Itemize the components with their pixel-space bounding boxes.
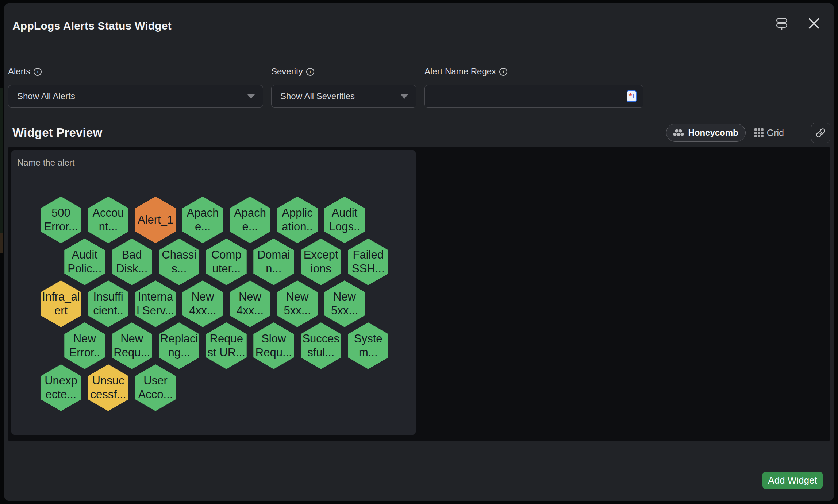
alert-hexagon-label: Accou bbox=[92, 206, 124, 220]
alert-hexagon-label: Syste bbox=[354, 332, 383, 346]
alert-hexagon[interactable]: AuditPolic... bbox=[64, 239, 105, 285]
honeycomb-toggle[interactable]: Honeycomb bbox=[666, 124, 745, 142]
alert-hexagon-label: New bbox=[286, 290, 308, 304]
alert-hexagon[interactable]: Apache... bbox=[230, 197, 270, 243]
link-icon bbox=[816, 128, 826, 138]
alert-hexagon[interactable]: NewError.. bbox=[64, 322, 105, 369]
alert-hexagon-label: 5xx... bbox=[331, 304, 358, 318]
alert-hexagon[interactable]: AuditLogs.. bbox=[324, 197, 365, 243]
display-settings-icon[interactable] bbox=[774, 16, 789, 31]
alert-hexagon-label: Unexp bbox=[45, 374, 77, 388]
alert-hexagon-label: m... bbox=[359, 346, 378, 360]
alert-hexagon-label: ation.. bbox=[282, 220, 312, 234]
dialog-title: AppLogs Alerts Status Widget bbox=[12, 20, 172, 32]
alert-name-regex-input-box: *I bbox=[424, 85, 643, 108]
info-icon[interactable]: i bbox=[34, 68, 42, 76]
alert-hexagon-label: ng... bbox=[168, 346, 190, 360]
alert-hexagon[interactable]: 500Error... bbox=[41, 197, 81, 243]
alert-hexagon-label: e... bbox=[195, 220, 211, 234]
alert-hexagon-label: Comp bbox=[211, 248, 242, 262]
alert-hexagon-label: s... bbox=[172, 262, 187, 276]
link-button[interactable] bbox=[811, 123, 830, 143]
alert-hexagon[interactable]: UserAcco... bbox=[135, 364, 176, 411]
alert-hexagon[interactable]: Alert_1 bbox=[135, 197, 176, 243]
alert-hexagon-label: 500 bbox=[51, 206, 70, 220]
alert-hexagon-label: cessf... bbox=[90, 388, 126, 402]
alert-hexagon-label: Apach bbox=[234, 206, 266, 220]
background-page-edge bbox=[0, 88, 3, 233]
alert-hexagon-label: cient.. bbox=[93, 304, 123, 318]
alert-hexagon-label: New bbox=[239, 290, 261, 304]
alert-hexagon[interactable]: NewRequ... bbox=[112, 322, 152, 369]
alert-hexagon-label: l Serv... bbox=[137, 304, 174, 318]
alert-hexagon-label: 4xx... bbox=[189, 304, 216, 318]
alert-hexagon-label: Requ... bbox=[114, 346, 150, 360]
alert-hexagon-label: 4xx... bbox=[237, 304, 264, 318]
alert-hexagon-label: Applic bbox=[282, 206, 312, 220]
alert-hexagon[interactable]: Exceptions bbox=[301, 239, 341, 285]
alert-hexagon[interactable]: Replacing... bbox=[159, 322, 199, 369]
alert-hexagon[interactable]: New4xx... bbox=[182, 280, 223, 327]
alert-hexagon[interactable]: New5xx... bbox=[324, 280, 365, 327]
add-widget-button[interactable]: Add Widget bbox=[762, 472, 823, 489]
alert-hexagon[interactable]: Insufficient.. bbox=[88, 280, 128, 327]
alert-name-regex-label: Alert Name Regex i bbox=[424, 66, 643, 77]
alert-hexagon[interactable]: Infra_alert bbox=[41, 280, 81, 327]
alert-hexagon[interactable]: System... bbox=[348, 322, 388, 369]
alert-hexagon[interactable]: New5xx... bbox=[277, 280, 318, 327]
alert-hexagon[interactable]: Chassis... bbox=[159, 239, 199, 285]
alert-hexagon-label: Unsuc bbox=[92, 374, 124, 388]
alert-hexagon-label: Audit bbox=[332, 206, 358, 220]
alert-hexagon-label: Infra_al bbox=[42, 290, 80, 304]
alerts-select[interactable]: Show All Alerts bbox=[8, 85, 263, 108]
alert-hexagon-label: Interna bbox=[138, 290, 173, 304]
alert-hexagon[interactable]: Unsuccessf... bbox=[88, 364, 128, 411]
alert-hexagon[interactable]: Apache... bbox=[182, 197, 223, 243]
widget-preview-card: Name the alert 500Error...Account...Aler… bbox=[11, 150, 416, 435]
alert-hexagon[interactable]: SlowRequ... bbox=[253, 322, 294, 369]
alert-hexagon-label: Audit bbox=[72, 248, 97, 262]
alert-hexagon[interactable]: Unexpecte... bbox=[41, 364, 81, 411]
alert-hexagon[interactable]: Account... bbox=[88, 197, 128, 243]
widget-dialog: AppLogs Alerts Status Widget bbox=[4, 3, 834, 501]
alert-hexagon-label: Slow bbox=[261, 332, 286, 346]
chevron-down-icon bbox=[247, 94, 255, 99]
alert-hexagon[interactable]: Computer... bbox=[206, 239, 247, 285]
dialog-header: AppLogs Alerts Status Widget bbox=[4, 3, 834, 49]
alert-hexagon-label: Insuffi bbox=[93, 290, 123, 304]
grid-toggle[interactable]: Grid bbox=[754, 128, 784, 138]
alert-name-regex-input[interactable] bbox=[425, 85, 643, 107]
info-icon[interactable]: i bbox=[499, 68, 507, 76]
alert-hexagon[interactable]: FailedSSH... bbox=[348, 239, 388, 285]
page-background: AppLogs Alerts Status Widget bbox=[0, 0, 838, 504]
alert-hexagon[interactable]: BadDisk... bbox=[112, 239, 152, 285]
alert-hexagon-label: Succes bbox=[302, 332, 339, 346]
alert-hexagon[interactable]: Application.. bbox=[277, 197, 318, 243]
honeycomb-chart: 500Error...Account...Alert_1Apache...Apa… bbox=[11, 150, 416, 435]
alert-hexagon-label: Requ... bbox=[255, 346, 292, 360]
regex-icon[interactable]: *I bbox=[627, 90, 637, 102]
alert-hexagon[interactable]: Internal Serv... bbox=[135, 280, 176, 327]
alert-hexagon[interactable]: New4xx... bbox=[230, 280, 270, 327]
chevron-down-icon bbox=[401, 94, 408, 99]
severity-select[interactable]: Show All Severities bbox=[271, 85, 416, 108]
alert-hexagon[interactable]: Domain... bbox=[253, 239, 294, 285]
view-toggles: Honeycomb Grid bbox=[666, 123, 830, 143]
alert-hexagon-label: ecte... bbox=[46, 388, 76, 402]
alert-hexagon[interactable]: Request UR... bbox=[206, 322, 247, 369]
alert-hexagon-label: Chassi bbox=[162, 248, 196, 262]
info-icon[interactable]: i bbox=[306, 68, 314, 76]
alert-hexagon-label: New bbox=[191, 290, 214, 304]
alert-hexagon-label: Polic... bbox=[68, 262, 101, 276]
alert-hexagon-label: 5xx... bbox=[284, 304, 311, 318]
alert-hexagon[interactable]: Successful... bbox=[301, 322, 341, 369]
severity-label: Severity i bbox=[271, 66, 416, 77]
alert-hexagon-label: Except bbox=[304, 248, 338, 262]
alert-hexagon-label: Error... bbox=[44, 220, 78, 234]
divider bbox=[803, 125, 803, 141]
alert-hexagon-label: Failed bbox=[353, 248, 384, 262]
grid-icon bbox=[754, 128, 764, 137]
close-icon[interactable] bbox=[808, 18, 820, 29]
background-page-edge bbox=[0, 233, 3, 253]
alert-hexagon-label: Acco... bbox=[138, 388, 173, 402]
